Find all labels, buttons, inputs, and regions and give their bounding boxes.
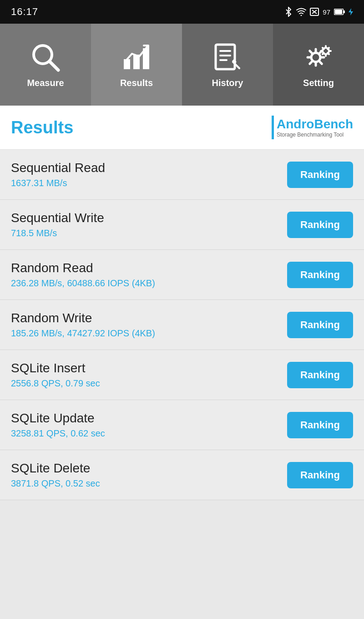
svg-line-9 xyxy=(50,61,58,70)
ranking-btn-5[interactable]: Ranking xyxy=(287,412,353,438)
status-time: 16:17 xyxy=(11,6,38,18)
result-item-5: SQLite Update 3258.81 QPS, 0.62 sec Rank… xyxy=(0,400,364,450)
charging-icon xyxy=(349,8,353,15)
result-item-3: Random Write 185.26 MB/s, 47427.92 IOPS … xyxy=(0,300,364,350)
svg-rect-13 xyxy=(216,45,235,69)
result-item-4: SQLite Insert 2556.8 QPS, 0.79 sec Ranki… xyxy=(0,350,364,400)
svg-point-0 xyxy=(301,15,302,16)
status-icons: 97 xyxy=(284,7,353,17)
brand-subtitle: Storage Benchmarking Tool xyxy=(277,132,353,138)
result-name-5: SQLite Update xyxy=(11,411,105,426)
battery-icon xyxy=(334,9,345,15)
svg-point-19 xyxy=(311,53,320,62)
result-item-6: SQLite Delete 3871.8 QPS, 0.52 sec Ranki… xyxy=(0,450,364,500)
result-value-4: 2556.8 QPS, 0.79 sec xyxy=(11,378,100,389)
result-info-2: Random Read 236.28 MB/s, 60488.66 IOPS (… xyxy=(11,261,155,289)
tab-setting[interactable]: Setting xyxy=(273,24,364,106)
result-name-3: Random Write xyxy=(11,311,155,325)
tab-setting-label: Setting xyxy=(303,78,334,88)
sim-icon xyxy=(310,8,319,16)
result-info-0: Sequential Read 1637.31 MB/s xyxy=(11,161,105,188)
result-value-2: 236.28 MB/s, 60488.66 IOPS (4KB) xyxy=(11,278,155,289)
result-name-6: SQLite Delete xyxy=(11,461,100,476)
svg-rect-6 xyxy=(344,10,345,13)
ranking-btn-3[interactable]: Ranking xyxy=(287,312,353,338)
result-info-4: SQLite Insert 2556.8 QPS, 0.79 sec xyxy=(11,361,100,389)
results-icon xyxy=(121,41,152,73)
ranking-btn-2[interactable]: Ranking xyxy=(287,262,353,288)
tab-history-label: History xyxy=(212,78,243,88)
ranking-btn-6[interactable]: Ranking xyxy=(287,462,353,488)
result-name-0: Sequential Read xyxy=(11,161,105,175)
svg-rect-5 xyxy=(335,10,342,14)
ranking-btn-0[interactable]: Ranking xyxy=(287,162,353,188)
tab-measure-label: Measure xyxy=(27,78,64,88)
brand-bench: Bench xyxy=(314,117,353,131)
result-info-5: SQLite Update 3258.81 QPS, 0.62 sec xyxy=(11,411,105,439)
tab-results-label: Results xyxy=(120,78,153,88)
result-info-1: Sequential Write 718.5 MB/s xyxy=(11,211,104,238)
brand-name: AndroBench xyxy=(277,117,353,132)
brand-andro: Andro xyxy=(277,117,314,131)
result-item-0: Sequential Read 1637.31 MB/s Ranking xyxy=(0,150,364,200)
setting-icon xyxy=(303,41,334,73)
result-value-0: 1637.31 MB/s xyxy=(11,178,105,188)
tab-measure[interactable]: Measure xyxy=(0,24,91,106)
measure-icon xyxy=(30,41,61,73)
ranking-btn-4[interactable]: Ranking xyxy=(287,362,353,388)
result-value-6: 3871.8 QPS, 0.52 sec xyxy=(11,478,100,489)
brand-text: AndroBench Storage Benchmarking Tool xyxy=(277,117,353,138)
wifi-icon xyxy=(296,8,306,16)
ranking-btn-1[interactable]: Ranking xyxy=(287,212,353,238)
result-name-2: Random Read xyxy=(11,261,155,275)
result-value-1: 718.5 MB/s xyxy=(11,228,104,238)
result-item-2: Random Read 236.28 MB/s, 60488.66 IOPS (… xyxy=(0,250,364,300)
result-info-3: Random Write 185.26 MB/s, 47427.92 IOPS … xyxy=(11,311,155,339)
result-item-1: Sequential Write 718.5 MB/s Ranking xyxy=(0,200,364,250)
result-value-5: 3258.81 QPS, 0.62 sec xyxy=(11,428,105,439)
result-info-6: SQLite Delete 3871.8 QPS, 0.52 sec xyxy=(11,461,100,489)
brand-logo: AndroBench Storage Benchmarking Tool xyxy=(272,116,353,139)
result-list: Sequential Read 1637.31 MB/s Ranking Seq… xyxy=(0,150,364,500)
result-name-4: SQLite Insert xyxy=(11,361,100,375)
results-header: Results AndroBench Storage Benchmarking … xyxy=(0,106,364,150)
svg-marker-7 xyxy=(349,8,353,15)
tab-results[interactable]: Results xyxy=(91,24,182,106)
status-bar: 16:17 97 xyxy=(0,0,364,24)
nav-tabs: Measure Results xyxy=(0,24,364,106)
history-icon xyxy=(212,41,243,73)
result-value-3: 185.26 MB/s, 47427.92 IOPS (4KB) xyxy=(11,328,155,339)
tab-history[interactable]: History xyxy=(182,24,273,106)
brand-accent-bar xyxy=(272,116,274,139)
result-name-1: Sequential Write xyxy=(11,211,104,225)
page-title: Results xyxy=(11,118,73,137)
battery-level: 97 xyxy=(323,8,330,16)
bluetooth-icon xyxy=(284,7,293,17)
